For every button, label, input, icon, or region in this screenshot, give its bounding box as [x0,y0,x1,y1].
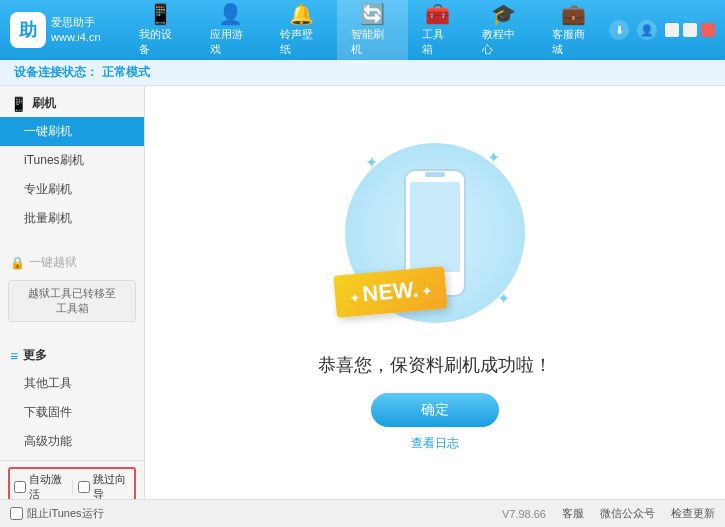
apps-icon: 👤 [218,4,243,24]
sidebar-section-more: ≡ 更多 其他工具 下载固件 高级功能 [0,338,144,460]
svg-rect-2 [425,172,445,177]
logo-text: 爱思助手 www.i4.cn [51,15,101,46]
tutorial-icon: 🎓 [491,4,516,24]
footer: 阻止iTunes运行 V7.98.66 客服 微信公众号 检查更新 [0,499,725,527]
auto-activate-input[interactable] [14,481,26,493]
lock-icon: 🔒 [10,256,25,270]
sidebar-item-advanced[interactable]: 高级功能 [0,427,144,456]
block-itunes-checkbox[interactable] [10,507,23,520]
close-button[interactable] [701,23,715,37]
nav-service[interactable]: 💼 客服商城 [538,0,609,63]
nav-apps-games[interactable]: 👤 应用游戏 [196,0,267,63]
sidebar-item-download-fw[interactable]: 下载固件 [0,398,144,427]
account-button[interactable]: 👤 [637,20,657,40]
sidebar-item-one-key-flash[interactable]: 一键刷机 [0,117,144,146]
tools-icon: 🧰 [425,4,450,24]
star-3: ✦ [497,289,510,308]
sidebar-item-pro-flash[interactable]: 专业刷机 [0,175,144,204]
sidebar-section-jailbreak: 🔒 一键越狱 越狱工具已转移至工具箱 [0,245,144,330]
svg-rect-1 [410,182,460,272]
flash-section-icon: 📱 [10,96,27,112]
skip-guide-input[interactable] [78,481,90,493]
checkbox-separator [72,480,73,494]
logo: 助 爱思助手 www.i4.cn [10,12,110,48]
minimize-button[interactable] [665,23,679,37]
nav-tutorial[interactable]: 🎓 教程中心 [468,0,539,63]
header: 助 爱思助手 www.i4.cn 📱 我的设备 👤 应用游戏 🔔 铃声壁纸 🔄 … [0,0,725,60]
nav-bar: 📱 我的设备 👤 应用游戏 🔔 铃声壁纸 🔄 智能刷机 🧰 工具箱 🎓 教程中心… [125,0,609,63]
maximize-button[interactable] [683,23,697,37]
sidebar-item-itunes-flash[interactable]: iTunes刷机 [0,146,144,175]
star-2: ✦ [487,148,500,167]
sidebar-jailbreak-header: 🔒 一键越狱 [0,249,144,276]
service-icon: 💼 [561,4,586,24]
download-button[interactable]: ⬇ [609,20,629,40]
sidebar-section-flash: 📱 刷机 一键刷机 iTunes刷机 专业刷机 批量刷机 [0,86,144,237]
device-section: 自动激活 跳过向导 📱 iPhone 15 Pro Max 512GB iPho… [0,460,144,499]
main-content: ✦ ✦ ✦ NEW. 恭喜您，保资料刷机成功啦！ 确定 查看日志 [145,86,725,499]
smart-flash-icon: 🔄 [360,4,385,24]
auto-activate-checkbox[interactable]: 自动激活 [14,472,66,499]
footer-link-update[interactable]: 检查更新 [671,506,715,521]
status-bar: 设备连接状态： 正常模式 [0,60,725,86]
nav-ringtones[interactable]: 🔔 铃声壁纸 [266,0,337,63]
header-controls: ⬇ 👤 [609,20,715,40]
ringtone-icon: 🔔 [289,4,314,24]
device-checkbox-row: 自动激活 跳过向导 [8,467,136,499]
sidebar-item-other-tools[interactable]: 其他工具 [0,369,144,398]
nav-my-device[interactable]: 📱 我的设备 [125,0,196,63]
sidebar-item-batch-flash[interactable]: 批量刷机 [0,204,144,233]
confirm-button[interactable]: 确定 [371,393,499,427]
version: V7.98.66 [502,508,546,520]
sidebar-section-header-more: ≡ 更多 [0,342,144,369]
window-controls [665,23,715,37]
logo-icon: 助 [10,12,46,48]
skip-guide-checkbox[interactable]: 跳过向导 [78,472,130,499]
footer-right: V7.98.66 客服 微信公众号 检查更新 [502,506,715,521]
nav-tools[interactable]: 🧰 工具箱 [408,0,468,63]
main-layout: 📱 刷机 一键刷机 iTunes刷机 专业刷机 批量刷机 🔒 一键越狱 越狱工具… [0,86,725,499]
sidebar-jailbreak-notice: 越狱工具已转移至工具箱 [8,280,136,322]
footer-link-wechat[interactable]: 微信公众号 [600,506,655,521]
log-link[interactable]: 查看日志 [411,435,459,452]
success-text: 恭喜您，保资料刷机成功啦！ [318,353,552,377]
nav-smart-flash[interactable]: 🔄 智能刷机 [337,0,408,63]
device-icon: 📱 [148,4,173,24]
sidebar: 📱 刷机 一键刷机 iTunes刷机 专业刷机 批量刷机 🔒 一键越狱 越狱工具… [0,86,145,499]
footer-link-service[interactable]: 客服 [562,506,584,521]
star-1: ✦ [365,153,378,172]
more-section-icon: ≡ [10,348,18,364]
footer-left: 阻止iTunes运行 [10,506,104,521]
sidebar-section-header-flash: 📱 刷机 [0,90,144,117]
phone-illustration: ✦ ✦ ✦ NEW. [325,133,545,333]
